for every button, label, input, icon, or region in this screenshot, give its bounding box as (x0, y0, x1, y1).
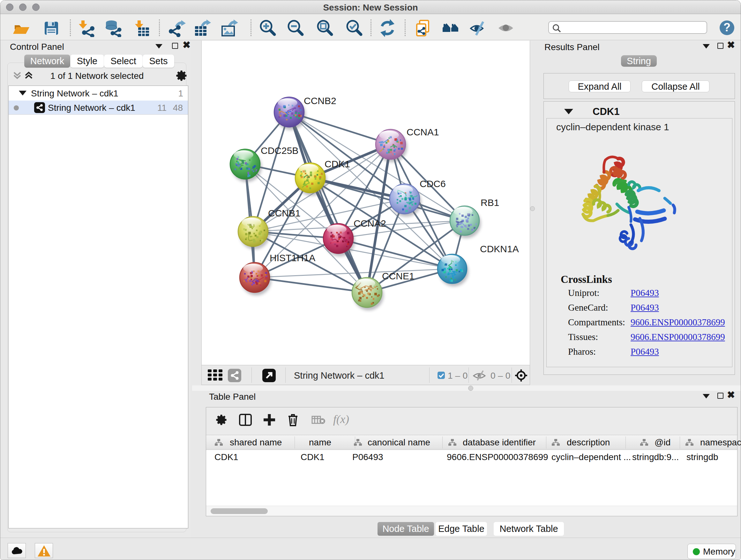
svg-text:CDC25B: CDC25B (261, 145, 298, 156)
svg-text:?: ? (724, 21, 731, 34)
svg-text:CCNE1: CCNE1 (382, 271, 414, 281)
svg-text:CCNA2: CCNA2 (354, 218, 386, 229)
svg-text:CCNB1: CCNB1 (268, 208, 300, 219)
svg-text:RB1: RB1 (481, 197, 499, 208)
svg-text:CDC6: CDC6 (420, 179, 446, 189)
svg-text:CDK1: CDK1 (325, 159, 350, 169)
svg-text:CDKN1A: CDKN1A (480, 244, 519, 254)
svg-text:CCNA1: CCNA1 (407, 127, 439, 137)
svg-text:HIST1H1A: HIST1H1A (270, 253, 315, 263)
svg-text:CCNB2: CCNB2 (304, 96, 336, 106)
